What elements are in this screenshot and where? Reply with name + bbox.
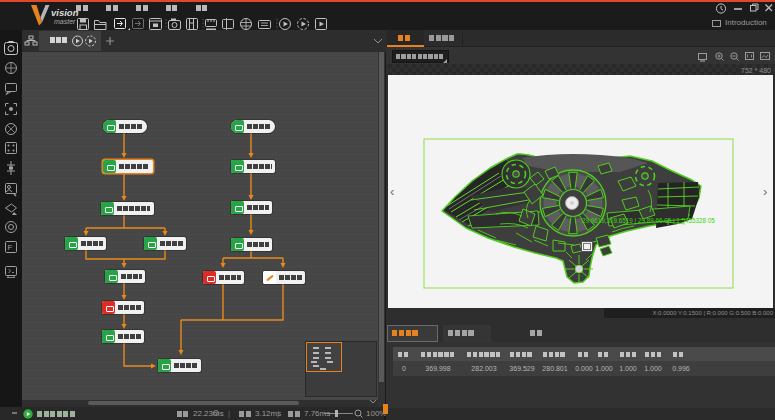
svg-text:29.9619,319.6519 | 29.89,66.05: 29.9619,319.6519 | 29.89,66.05 | 1.54553… [582,217,715,225]
svg-text:F: F [8,243,13,252]
